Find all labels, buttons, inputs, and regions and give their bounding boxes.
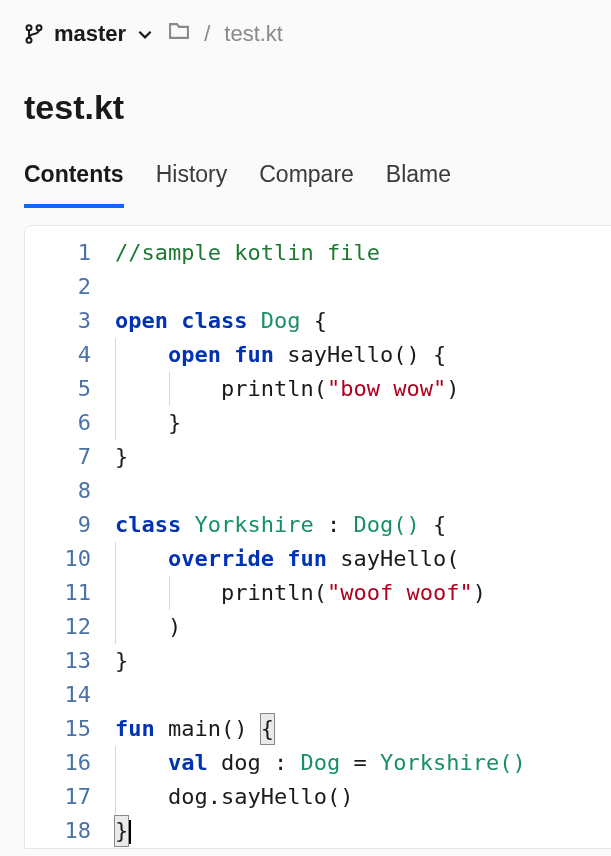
line-content: } (115, 814, 611, 848)
line-content: //sample kotlin file (115, 236, 611, 270)
code-line: 8 (25, 474, 611, 508)
code-line: 11 println("woof woof") (25, 576, 611, 610)
line-number: 16 (25, 746, 115, 780)
code-line: 9 class Yorkshire : Dog() { (25, 508, 611, 542)
tab-contents[interactable]: Contents (24, 161, 124, 208)
line-number: 4 (25, 338, 115, 372)
line-content: val dog : Dog = Yorkshire() (115, 746, 611, 780)
line-content: } (115, 440, 611, 474)
code-line: 1 //sample kotlin file (25, 236, 611, 270)
line-content (115, 474, 611, 508)
tab-compare[interactable]: Compare (259, 161, 354, 208)
bracket-match: } (115, 816, 128, 846)
bracket-match: { (261, 714, 274, 744)
line-number: 11 (25, 576, 115, 610)
line-number: 1 (25, 236, 115, 270)
line-content: dog.sayHello() (115, 780, 611, 814)
tabs: Contents History Compare Blame (24, 161, 587, 209)
line-content: println("bow wow") (115, 372, 611, 406)
code-line: 4 open fun sayHello() { (25, 338, 611, 372)
line-content: open fun sayHello() { (115, 338, 611, 372)
text-cursor (129, 820, 131, 844)
code-line: 7 } (25, 440, 611, 474)
breadcrumb-file[interactable]: test.kt (224, 21, 283, 47)
line-content: fun main() { (115, 712, 611, 746)
line-number: 18 (25, 814, 115, 848)
breadcrumb: / test.kt (168, 20, 283, 48)
line-content: open class Dog { (115, 304, 611, 338)
line-number: 6 (25, 406, 115, 440)
line-number: 3 (25, 304, 115, 338)
code-line: 17 dog.sayHello() (25, 780, 611, 814)
git-branch-icon (24, 22, 44, 46)
breadcrumb-row: master / test.kt (24, 20, 587, 48)
line-content (115, 678, 611, 712)
line-content: ) (115, 610, 611, 644)
branch-name: master (54, 21, 126, 47)
chevron-down-icon (136, 25, 154, 43)
line-content: } (115, 644, 611, 678)
code-line: 6 } (25, 406, 611, 440)
code-line: 14 (25, 678, 611, 712)
branch-selector[interactable]: master (24, 21, 154, 47)
line-number: 9 (25, 508, 115, 542)
line-number: 13 (25, 644, 115, 678)
code-line: 5 println("bow wow") (25, 372, 611, 406)
svg-point-0 (27, 25, 32, 30)
code-line: 15 fun main() { (25, 712, 611, 746)
folder-icon (168, 20, 190, 48)
code-viewer[interactable]: 1 //sample kotlin file 2 3 open class Do… (24, 225, 611, 849)
tab-blame[interactable]: Blame (386, 161, 451, 208)
code-line: 10 override fun sayHello( (25, 542, 611, 576)
code-line: 12 ) (25, 610, 611, 644)
line-content: class Yorkshire : Dog() { (115, 508, 611, 542)
tab-history[interactable]: History (156, 161, 228, 208)
breadcrumb-separator: / (204, 21, 210, 47)
line-number: 17 (25, 780, 115, 814)
line-number: 8 (25, 474, 115, 508)
line-number: 5 (25, 372, 115, 406)
line-content (115, 270, 611, 304)
code-line: 18 } (25, 814, 611, 848)
line-number: 14 (25, 678, 115, 712)
line-number: 12 (25, 610, 115, 644)
line-number: 15 (25, 712, 115, 746)
code-line: 13 } (25, 644, 611, 678)
code-line: 2 (25, 270, 611, 304)
svg-point-1 (37, 25, 42, 30)
page-title: test.kt (24, 88, 587, 127)
line-content: println("woof woof") (115, 576, 611, 610)
line-number: 10 (25, 542, 115, 576)
line-content: } (115, 406, 611, 440)
code-line: 16 val dog : Dog = Yorkshire() (25, 746, 611, 780)
code-line: 3 open class Dog { (25, 304, 611, 338)
svg-point-2 (27, 38, 32, 43)
line-content: override fun sayHello( (115, 542, 611, 576)
line-number: 7 (25, 440, 115, 474)
line-number: 2 (25, 270, 115, 304)
